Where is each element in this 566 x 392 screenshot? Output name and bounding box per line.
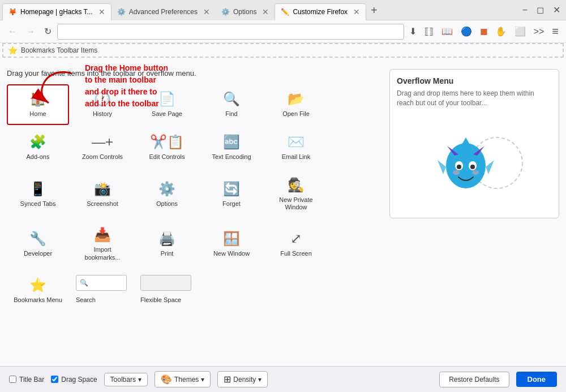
new-window-icon: 🪟 xyxy=(223,231,240,247)
toolbar-item-import-bookmarks[interactable]: 📥 Import bookmarks... xyxy=(71,220,134,268)
svg-point-12 xyxy=(453,170,460,175)
drag-space-checkbox-label[interactable]: Drag Space xyxy=(51,376,97,384)
toolbar-item-add-ons[interactable]: 🧩 Add-ons xyxy=(7,127,69,168)
tab-close-btn[interactable]: ✕ xyxy=(353,7,360,16)
back-button[interactable]: ← xyxy=(5,24,20,39)
toolbar-item-open-file[interactable]: 📂 Open File xyxy=(265,84,327,125)
toolbar-item-new-window[interactable]: 🪟 New Window xyxy=(200,220,263,268)
open-file-icon: 📂 xyxy=(288,91,305,107)
svg-point-8 xyxy=(457,165,461,169)
navigation-bar: ← → ↻ ⬇ ⟦⟧ 📖 🔵 ◼ ✋ ⬜ >> ≡ xyxy=(0,20,566,43)
new-tab-button[interactable]: + xyxy=(366,4,382,17)
tab-bar: 🦊 Homepage | gHacks T... ✕ ⚙️ Advanced P… xyxy=(0,0,566,20)
density-label: Density xyxy=(233,376,256,384)
toolbar-item-home[interactable]: 🏠 Home xyxy=(7,84,69,125)
reader-view-icon[interactable]: 📖 xyxy=(439,24,456,39)
tab-label: Homepage | gHacks T... xyxy=(20,8,93,16)
tab-label: Options xyxy=(233,8,256,16)
svg-marker-10 xyxy=(438,160,446,174)
bottom-bar: Title Bar Drag Space Toolbars ▾ 🎨 Themes… xyxy=(0,366,566,392)
tab-advanced-prefs[interactable]: ⚙️ Advanced Preferences ✕ xyxy=(112,3,216,20)
bookmarks-bar-label: Bookmarks Toolbar Items xyxy=(21,46,97,54)
tab-favicon: ⚙️ xyxy=(221,8,230,16)
overflow-panel: Overflow Menu Drag and drop items here t… xyxy=(389,69,559,218)
text-encoding-icon: 🔤 xyxy=(223,134,240,150)
title-bar-checkbox-label[interactable]: Title Bar xyxy=(9,376,44,384)
bookmarks-star-icon: ⭐ xyxy=(8,46,18,55)
density-chevron-icon: ▾ xyxy=(258,376,261,384)
toolbar-item-screenshot[interactable]: 📸 Screenshot xyxy=(71,170,134,218)
synced-tabs-icon[interactable]: ⟦⟧ xyxy=(422,24,436,39)
options-icon: ⚙️ xyxy=(158,181,175,197)
overflow-nav-icon[interactable]: >> xyxy=(531,24,547,39)
reload-button[interactable]: ↻ xyxy=(41,24,55,39)
add-ons-icon: 🧩 xyxy=(29,134,46,150)
firefox-account-icon[interactable]: 🔵 xyxy=(458,24,475,39)
tab-close-btn[interactable]: ✕ xyxy=(262,7,269,16)
bookmarks-menu-icon: ⭐ xyxy=(29,277,46,293)
toolbar-item-search[interactable]: 🔍 Search xyxy=(71,270,134,311)
tab-options[interactable]: ⚙️ Options ✕ xyxy=(216,3,275,20)
screenshot-nav-icon[interactable]: ⬜ xyxy=(512,24,529,39)
forward-button[interactable]: → xyxy=(23,24,38,39)
tab-close-btn[interactable]: ✕ xyxy=(203,7,210,16)
nav-right-icons: ⬇ ⟦⟧ 📖 🔵 ◼ ✋ ⬜ >> ≡ xyxy=(406,23,561,40)
full-screen-icon: ⤢ xyxy=(290,231,302,247)
title-bar-checkbox[interactable] xyxy=(9,376,16,383)
toolbar-item-options[interactable]: ⚙️ Options xyxy=(136,170,198,218)
palm-icon[interactable]: ✋ xyxy=(492,24,509,39)
density-dropdown[interactable]: ⊞ Density ▾ xyxy=(217,371,268,387)
toolbar-item-full-screen[interactable]: ⤢ Full Screen xyxy=(265,220,327,268)
tab-favicon: 🦊 xyxy=(8,8,17,16)
svg-point-13 xyxy=(472,170,479,175)
tab-homepage[interactable]: 🦊 Homepage | gHacks T... ✕ xyxy=(2,3,112,20)
tab-actions: − ◻ ✕ xyxy=(519,3,564,16)
toolbar-item-find[interactable]: 🔍 Find xyxy=(200,84,263,125)
url-bar[interactable] xyxy=(57,24,404,40)
hamburger-menu-button[interactable]: ≡ xyxy=(549,23,561,40)
overflow-panel-title: Overflow Menu xyxy=(397,76,552,85)
tab-customize-firefox[interactable]: ✏️ Customize Firefox ✕ xyxy=(275,3,366,20)
tab-close-btn[interactable]: ✕ xyxy=(98,7,105,16)
toolbar-item-bookmarks-menu[interactable]: ⭐ Bookmarks Menu xyxy=(7,270,69,311)
tab-favicon: ⚙️ xyxy=(117,8,126,16)
home-icon: 🏠 xyxy=(29,91,46,107)
themes-icon: 🎨 xyxy=(161,374,172,385)
toolbar-item-new-private-window[interactable]: 🕵️ New Private Window xyxy=(265,170,327,218)
tab-favicon: ✏️ xyxy=(281,8,289,16)
close-window-button[interactable]: ✕ xyxy=(550,3,564,16)
find-icon: 🔍 xyxy=(223,91,240,107)
toolbar-item-forget[interactable]: 🔄 Forget xyxy=(200,170,263,218)
svg-point-9 xyxy=(470,165,475,169)
downloads-icon[interactable]: ⬇ xyxy=(406,24,419,39)
toolbar-item-text-encoding[interactable]: 🔤 Text Encoding xyxy=(200,127,263,168)
overflow-panel-description: Drag and drop items here to keep them wi… xyxy=(397,89,552,108)
svg-marker-11 xyxy=(486,160,494,174)
toolbars-chevron-icon: ▾ xyxy=(138,376,142,384)
tab-label: Advanced Preferences xyxy=(129,8,198,16)
drag-space-checkbox[interactable] xyxy=(51,376,58,383)
density-icon: ⊞ xyxy=(224,374,231,385)
toolbar-item-synced-tabs[interactable]: 📱 Synced Tabs xyxy=(7,170,69,218)
new-private-window-icon: 🕵️ xyxy=(288,177,305,193)
themes-chevron-icon: ▾ xyxy=(201,376,204,384)
toolbar-description: Drag your favorite items into the toolba… xyxy=(7,69,380,77)
synced-tabs-icon: 📱 xyxy=(29,181,46,197)
edit-controls-icon: ✂️📋 xyxy=(150,134,184,150)
toolbar-item-flexible-space[interactable]: Flexible Space xyxy=(136,270,198,311)
toolbar-item-print[interactable]: 🖨️ Print xyxy=(136,220,198,268)
toolbar-item-edit-controls[interactable]: ✂️📋 Edit Controls xyxy=(136,127,198,168)
toolbar-item-developer[interactable]: 🔧 Developer xyxy=(7,220,69,268)
restore-button[interactable]: ◻ xyxy=(533,3,547,16)
done-button[interactable]: Done xyxy=(516,372,558,387)
email-link-icon: ✉️ xyxy=(288,134,305,150)
restore-defaults-button[interactable]: Restore Defaults xyxy=(439,372,509,387)
main-content: Drag the Home button to the main toolbar… xyxy=(0,58,566,364)
themes-label: Themes xyxy=(174,376,199,384)
minimize-button[interactable]: − xyxy=(519,4,531,16)
toolbar-item-email-link[interactable]: ✉️ Email Link xyxy=(265,127,327,168)
toolbars-dropdown[interactable]: Toolbars ▾ xyxy=(104,373,148,386)
themes-dropdown[interactable]: 🎨 Themes ▾ xyxy=(155,371,211,387)
pocket-icon[interactable]: ◼ xyxy=(477,24,490,39)
toolbar-item-zoom-controls[interactable]: —+ Zoom Controls xyxy=(71,127,134,168)
